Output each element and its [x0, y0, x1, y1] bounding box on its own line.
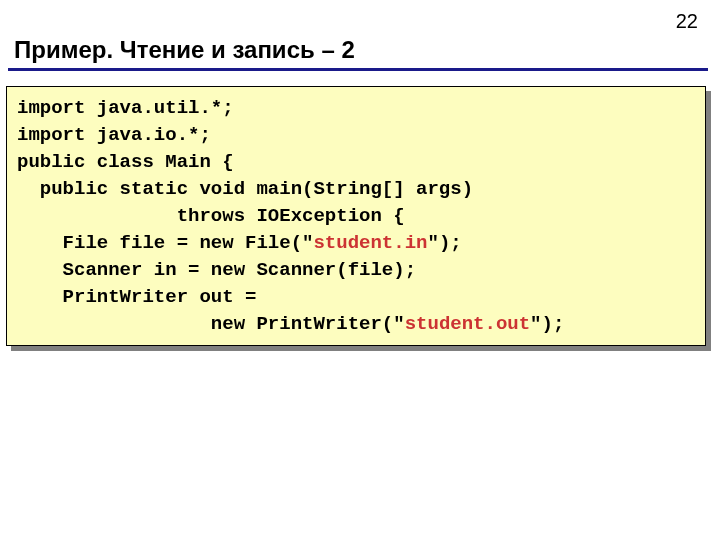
code-line: throws IOException {: [17, 205, 405, 227]
code-highlight: student.out: [405, 313, 530, 335]
code-block: import java.util.*; import java.io.*; pu…: [6, 86, 706, 346]
code-line: PrintWriter out =: [17, 286, 256, 308]
code-line: new PrintWriter(": [17, 313, 405, 335]
page-number: 22: [676, 10, 698, 33]
code-line: File file = new File(": [17, 232, 313, 254]
code-line: ");: [427, 232, 461, 254]
code-line: import java.io.*;: [17, 124, 211, 146]
title-underline: [8, 68, 708, 71]
code-line: public class Main {: [17, 151, 234, 173]
code-line: public static void main(String[] args): [17, 178, 473, 200]
code-highlight: student.in: [313, 232, 427, 254]
slide-title: Пример. Чтение и запись – 2: [14, 36, 355, 64]
code-line: import java.util.*;: [17, 97, 234, 119]
code-line: Scanner in = new Scanner(file);: [17, 259, 416, 281]
code-line: ");: [530, 313, 564, 335]
